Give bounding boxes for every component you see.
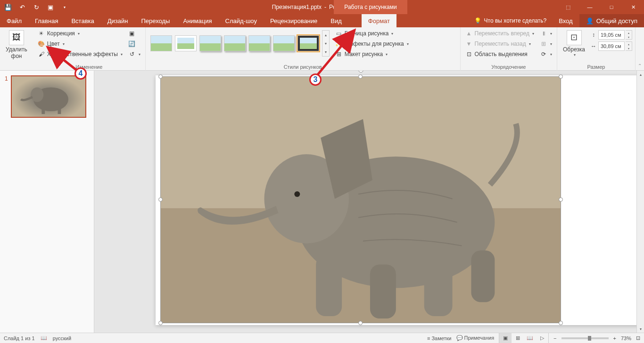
normal-view-button[interactable]: ▣ bbox=[499, 333, 512, 343]
scroll-up-button[interactable]: ▴ bbox=[637, 71, 644, 78]
bring-forward-icon: ▲ bbox=[465, 30, 473, 37]
tab-review[interactable]: Рецензирование bbox=[264, 14, 324, 27]
zoom-slider[interactable] bbox=[561, 337, 609, 339]
reset-icon: ↺ bbox=[128, 50, 136, 58]
zoom-out-button[interactable]: − bbox=[553, 335, 556, 341]
selection-pane-button[interactable]: ⊡Область выделения bbox=[463, 49, 536, 59]
zoom-level[interactable]: 73% bbox=[621, 335, 631, 341]
resize-handle-s[interactable] bbox=[358, 321, 363, 325]
notes-button[interactable]: ≡ Заметки bbox=[427, 335, 452, 341]
send-backward-button[interactable]: ▼Переместить назад▾ bbox=[463, 39, 536, 49]
rotate-handle[interactable] bbox=[358, 71, 363, 73]
style-thumb-4[interactable] bbox=[224, 35, 246, 51]
tab-format[interactable]: Формат bbox=[362, 14, 396, 27]
vertical-scrollbar[interactable]: ▴ ▾ bbox=[636, 71, 644, 333]
picture-layout-button[interactable]: ⊞Макет рисунка▾ bbox=[333, 49, 411, 59]
align-button[interactable]: ⫴▾ bbox=[538, 28, 554, 39]
picture-styles-gallery[interactable]: ▴▾▾ bbox=[149, 28, 331, 58]
style-thumb-6[interactable] bbox=[273, 35, 295, 51]
resize-handle-sw[interactable] bbox=[158, 321, 163, 325]
height-spinner[interactable]: ▴▾ bbox=[626, 30, 632, 40]
reset-picture-button[interactable]: ↺▾ bbox=[126, 49, 142, 59]
slide-thumbnail-1[interactable]: 1 bbox=[5, 75, 89, 118]
maximize-button[interactable]: □ bbox=[601, 0, 622, 14]
slide-1[interactable] bbox=[156, 75, 644, 325]
tab-file[interactable]: Файл bbox=[0, 14, 28, 27]
bring-forward-button[interactable]: ▲Переместить вперед▾ bbox=[463, 28, 536, 39]
sign-in-button[interactable]: Вход bbox=[552, 17, 579, 24]
brightness-icon: ☀ bbox=[38, 30, 45, 37]
picture-effects-button[interactable]: ✨Эффекты для рисунка▾ bbox=[333, 39, 411, 49]
width-input[interactable]: 30,89 см bbox=[598, 41, 625, 51]
scroll-down-button[interactable]: ▾ bbox=[637, 325, 644, 333]
close-button[interactable]: ✕ bbox=[622, 0, 644, 14]
resize-handle-w[interactable] bbox=[158, 197, 163, 202]
slideshow-view-button[interactable]: ▷ bbox=[536, 333, 548, 343]
change-picture-icon: 🔄 bbox=[128, 40, 136, 48]
style-thumb-5[interactable] bbox=[248, 35, 270, 51]
rotate-icon: ⟳ bbox=[540, 50, 547, 58]
gallery-more-button[interactable]: ▴▾▾ bbox=[322, 30, 330, 57]
spell-check-icon[interactable]: 📖 bbox=[41, 335, 47, 341]
qat-more-button[interactable]: ▾ bbox=[59, 2, 70, 12]
svg-rect-8 bbox=[316, 255, 342, 317]
language-status[interactable]: русский bbox=[53, 335, 71, 341]
tab-transitions[interactable]: Переходы bbox=[134, 14, 176, 27]
status-bar: Слайд 1 из 1 📖 русский ≡ Заметки 💬 Приме… bbox=[0, 333, 644, 343]
style-thumb-7[interactable] bbox=[297, 35, 319, 51]
share-button[interactable]: 👤 Общий доступ bbox=[579, 14, 644, 27]
crop-button[interactable]: ⊡ Обрезка ▾ bbox=[560, 28, 588, 59]
slide-counter[interactable]: Слайд 1 из 1 bbox=[4, 335, 35, 341]
resize-handle-n[interactable] bbox=[358, 74, 363, 79]
svg-point-12 bbox=[294, 191, 300, 197]
zoom-in-button[interactable]: + bbox=[613, 335, 616, 341]
resize-handle-e[interactable] bbox=[559, 197, 563, 202]
change-picture-button[interactable]: 🔄 bbox=[126, 39, 142, 49]
remove-background-button[interactable]: 🖼 Удалить фон bbox=[3, 28, 30, 62]
tab-home[interactable]: Главная bbox=[28, 14, 65, 27]
height-icon: ↕ bbox=[590, 31, 597, 39]
slide-canvas[interactable] bbox=[94, 71, 644, 333]
corrections-button[interactable]: ☀Коррекция▾ bbox=[36, 28, 124, 39]
window-controls: ⬚ — □ ✕ bbox=[557, 0, 644, 14]
reading-view-button[interactable]: 📖 bbox=[524, 333, 536, 343]
selected-picture[interactable] bbox=[160, 76, 561, 323]
collapse-ribbon-button[interactable]: ⌃ bbox=[638, 63, 642, 68]
redo-button[interactable]: ↻ bbox=[31, 2, 41, 12]
style-thumb-1[interactable] bbox=[150, 35, 172, 51]
chevron-down-icon: ▾ bbox=[529, 42, 531, 46]
minimize-button[interactable]: — bbox=[579, 0, 601, 14]
resize-handle-nw[interactable] bbox=[158, 74, 163, 79]
slideshow-from-start-button[interactable]: ▣ bbox=[45, 2, 56, 12]
compress-icon: ▣ bbox=[128, 30, 136, 37]
tab-slideshow[interactable]: Слайд-шоу bbox=[219, 14, 264, 27]
tell-me-search[interactable]: 💡 Что вы хотите сделать? bbox=[469, 17, 553, 24]
tab-design[interactable]: Дизайн bbox=[101, 14, 135, 27]
tab-insert[interactable]: Вставка bbox=[65, 14, 100, 27]
comments-button[interactable]: 💬 Примечания bbox=[456, 335, 495, 341]
border-icon: ▭ bbox=[335, 30, 343, 37]
slide-thumbnails-panel[interactable]: 1 bbox=[0, 71, 94, 333]
fit-to-window-button[interactable]: ⊡ bbox=[636, 335, 640, 341]
resize-handle-se[interactable] bbox=[559, 321, 563, 325]
save-button[interactable]: 💾 bbox=[3, 2, 13, 12]
ribbon-display-options-button[interactable]: ⬚ bbox=[557, 0, 579, 14]
compress-pictures-button[interactable]: ▣ bbox=[126, 28, 142, 39]
color-button[interactable]: 🎨Цвет▾ bbox=[36, 39, 124, 49]
style-thumb-2[interactable] bbox=[175, 35, 197, 51]
style-thumb-3[interactable] bbox=[199, 35, 221, 51]
rotate-button[interactable]: ⟳▾ bbox=[538, 49, 554, 59]
zoom-slider-thumb[interactable] bbox=[588, 336, 591, 341]
resize-handle-ne[interactable] bbox=[559, 74, 563, 79]
chevron-down-icon: ▾ bbox=[550, 42, 552, 46]
tab-animations[interactable]: Анимация bbox=[176, 14, 218, 27]
slide-sorter-button[interactable]: ⊞ bbox=[512, 333, 524, 343]
tab-view[interactable]: Вид bbox=[324, 14, 348, 27]
artistic-effects-button[interactable]: 🖌Художественные эффекты▾ bbox=[36, 49, 124, 59]
picture-border-button[interactable]: ▭Граница рисунка▾ bbox=[333, 28, 411, 39]
group-button[interactable]: ⊞▾ bbox=[538, 39, 554, 49]
undo-button[interactable]: ↶ bbox=[17, 2, 27, 12]
height-input[interactable]: 19,05 см bbox=[598, 30, 625, 40]
width-spinner[interactable]: ▴▾ bbox=[626, 41, 632, 51]
group-label-styles: Стили рисунков bbox=[149, 63, 457, 71]
